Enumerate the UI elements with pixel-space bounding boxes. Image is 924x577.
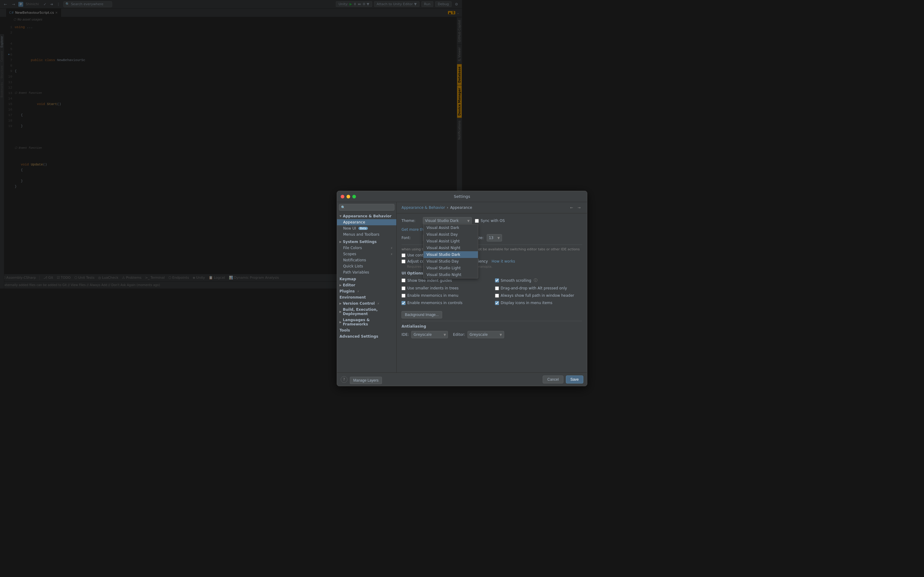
nav-notifications-label: Notifications xyxy=(343,258,366,262)
editor-label: Editor xyxy=(343,283,355,287)
show-tree-indent-row: Show tree indent guides xyxy=(402,278,462,283)
breadcrumb-ab[interactable]: Appearance & Behavior xyxy=(402,205,445,210)
content-section: Theme: Visual Studio Dark ▼ Visual Assis… xyxy=(397,213,462,288)
nav-item-scopes[interactable]: Scopes ⚡ xyxy=(337,251,396,257)
dialog-title: Settings xyxy=(454,194,462,199)
nav-section-header-ab[interactable]: ▼ Appearance & Behavior xyxy=(337,213,396,219)
theme-option-vs-dark[interactable]: Visual Studio Dark xyxy=(423,251,462,258)
theme-dropdown[interactable]: Visual Studio Dark ▼ Visual Assist Dark … xyxy=(423,217,462,224)
theme-value: Visual Studio Dark xyxy=(425,219,459,223)
nav-item-notifications[interactable]: Notifications xyxy=(337,257,396,263)
theme-option-va-day[interactable]: Visual Assist Day xyxy=(423,231,462,238)
show-tree-indent-checkbox[interactable] xyxy=(402,279,405,282)
theme-option-va-dark[interactable]: Visual Assist Dark xyxy=(423,224,462,231)
nav-item-appearance[interactable]: Appearance xyxy=(337,219,396,225)
section-arrow-system: ▶ xyxy=(339,240,342,243)
theme-option-vs-night[interactable]: Visual Studio Night xyxy=(423,271,462,278)
settings-content: Appearance & Behavior › Appearance ← → T… xyxy=(397,202,462,288)
nav-new-ui-label: New UI xyxy=(343,226,356,230)
font-label: Font: xyxy=(402,236,420,240)
traffic-green[interactable] xyxy=(352,195,356,198)
nav-item-menus[interactable]: Menus and Toolbars xyxy=(337,231,396,237)
traffic-yellow[interactable] xyxy=(347,195,350,198)
theme-dropdown-menu: Visual Assist Dark Visual Assist Day Vis… xyxy=(423,224,462,279)
nav-section-keymap[interactable]: Keymap xyxy=(337,276,396,282)
dialog-body: ▼ Appearance & Behavior Appearance New U… xyxy=(337,202,462,288)
nav-item-path-variables[interactable]: Path Variables xyxy=(337,269,396,276)
contrast-scrollbars-checkbox[interactable] xyxy=(402,253,405,257)
section-arrow-ab: ▼ xyxy=(339,214,342,218)
nav-section-header-system[interactable]: ▶ System Settings xyxy=(337,239,396,245)
settings-nav: ▼ Appearance & Behavior Appearance New U… xyxy=(337,202,397,288)
nav-section-system: ▶ System Settings File Colors ⚡ Scopes ⚡… xyxy=(337,238,396,276)
theme-option-va-night[interactable]: Visual Assist Night xyxy=(423,245,462,251)
nav-quick-lists-label: Quick Lists xyxy=(343,264,363,268)
nav-file-colors-label: File Colors xyxy=(343,246,362,250)
keymap-label: Keymap xyxy=(339,277,356,281)
breadcrumb-sep: › xyxy=(447,205,448,210)
nav-search-input[interactable] xyxy=(339,204,394,211)
nav-search-container xyxy=(337,202,396,213)
plugin-arrow-fc: ⚡ xyxy=(391,247,393,250)
nav-menus-label: Menus and Toolbars xyxy=(343,232,380,237)
modal-overlay: Settings ▼ Appearance & Behavior Appeara… xyxy=(0,0,462,288)
breadcrumb-appearance: Appearance xyxy=(450,205,462,210)
smaller-indents-label: Use smaller indents in trees xyxy=(407,286,459,288)
plugin-arrow-sc: ⚡ xyxy=(391,253,393,256)
dialog-traffic-lights xyxy=(341,195,356,198)
nav-section-appearance-behavior: ▼ Appearance & Behavior Appearance New U… xyxy=(337,213,396,238)
nav-path-variables-label: Path Variables xyxy=(343,270,369,274)
theme-option-vs-light[interactable]: Visual Studio Light xyxy=(423,265,462,271)
options-grid: Show tree indent guides Smooth scrolling… xyxy=(402,278,462,288)
nav-scopes-label: Scopes xyxy=(343,252,356,256)
section-label-ab: Appearance & Behavior xyxy=(343,214,391,218)
traffic-red[interactable] xyxy=(341,195,344,198)
show-tree-indent-label: Show tree indent guides xyxy=(407,279,452,283)
adjust-colors-checkbox[interactable] xyxy=(402,259,405,263)
theme-row: Theme: Visual Studio Dark ▼ Visual Assis… xyxy=(402,217,462,224)
nav-section-editor[interactable]: ▶ Editor xyxy=(337,282,396,288)
theme-label: Theme: xyxy=(402,219,420,223)
nav-item-quick-lists[interactable]: Quick Lists xyxy=(337,263,396,269)
nav-appearance-label: Appearance xyxy=(343,220,365,224)
nav-item-file-colors[interactable]: File Colors ⚡ xyxy=(337,245,396,251)
nav-item-new-ui[interactable]: New UI Beta xyxy=(337,225,396,231)
editor-arrow: ▶ xyxy=(339,284,342,287)
settings-dialog: Settings ▼ Appearance & Behavior Appeara… xyxy=(337,191,462,288)
breadcrumb: Appearance & Behavior › Appearance ← → xyxy=(397,202,462,213)
nav-section-plugins[interactable]: Plugins ⚡ xyxy=(337,288,396,288)
theme-option-va-light[interactable]: Visual Assist Light xyxy=(423,238,462,245)
smaller-indents-checkbox[interactable] xyxy=(402,286,405,289)
nav-new-ui-badge: Beta xyxy=(359,227,368,230)
theme-option-vs-day[interactable]: Visual Studio Day xyxy=(423,258,462,265)
smaller-indents-row: Use smaller indents in trees xyxy=(402,286,462,288)
section-label-system: System Settings xyxy=(343,240,377,244)
